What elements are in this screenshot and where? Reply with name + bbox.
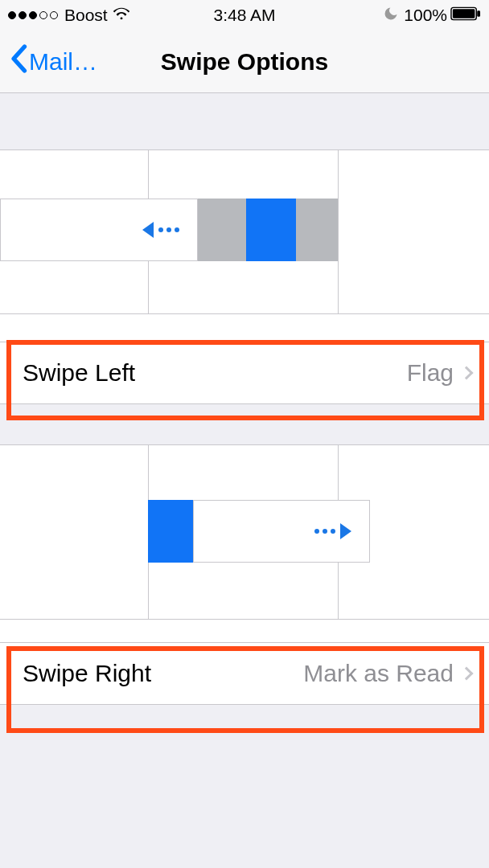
- svg-rect-2: [477, 10, 480, 17]
- value-wrap: Flag: [407, 359, 471, 387]
- status-bar: Boost 3:48 AM 100%: [0, 0, 489, 31]
- section-spacer: [0, 93, 489, 149]
- signal-strength-icon: [8, 11, 58, 19]
- swipe-right-label: Swipe Right: [23, 660, 151, 687]
- svg-rect-1: [453, 9, 475, 18]
- back-label: Mail…: [29, 48, 97, 76]
- swipe-left-preview: [0, 149, 489, 314]
- carrier-label: Boost: [64, 6, 108, 25]
- swipe-right-illustration: [148, 500, 370, 563]
- dots-icon: [158, 227, 179, 232]
- mail-card: [0, 199, 198, 261]
- swipe-right-value: Mark as Read: [303, 660, 454, 687]
- swipe-left-row[interactable]: Swipe Left Flag: [0, 342, 489, 404]
- nav-bar: Mail… Swipe Options: [0, 31, 489, 93]
- chevron-right-icon: [460, 366, 474, 380]
- action-placeholder-blue: [246, 199, 296, 261]
- guide-line: [338, 150, 339, 313]
- back-button[interactable]: Mail…: [10, 44, 97, 79]
- swipe-left-value: Flag: [407, 359, 454, 387]
- section-spacer: [0, 735, 489, 868]
- wifi-icon: [113, 6, 130, 25]
- battery-percent: 100%: [404, 6, 447, 25]
- status-right: 100%: [383, 6, 481, 26]
- section-spacer: [0, 620, 489, 642]
- swipe-right-row[interactable]: Swipe Right Mark as Read: [0, 642, 489, 705]
- status-left: Boost: [8, 6, 130, 25]
- chevron-right-icon: [460, 667, 474, 681]
- action-placeholder-gray: [198, 199, 246, 261]
- dots-icon: [314, 529, 335, 534]
- action-placeholder-gray: [296, 199, 338, 261]
- arrow-right-dotted-icon: [340, 523, 351, 539]
- page-title: Swipe Options: [161, 48, 328, 76]
- value-wrap: Mark as Read: [303, 660, 471, 687]
- status-time: 3:48 AM: [213, 6, 275, 25]
- battery-icon: [450, 6, 481, 25]
- chevron-left-icon: [10, 44, 27, 79]
- action-placeholder-blue: [148, 500, 193, 563]
- arrow-left-dotted-icon: [142, 222, 154, 238]
- swipe-left-illustration: [0, 199, 338, 261]
- moon-icon: [383, 6, 399, 26]
- section-spacer: [0, 314, 489, 342]
- swipe-right-preview: [0, 444, 489, 620]
- mail-card: [193, 500, 370, 563]
- swipe-left-label: Swipe Left: [23, 359, 135, 387]
- section-spacer: [0, 404, 489, 444]
